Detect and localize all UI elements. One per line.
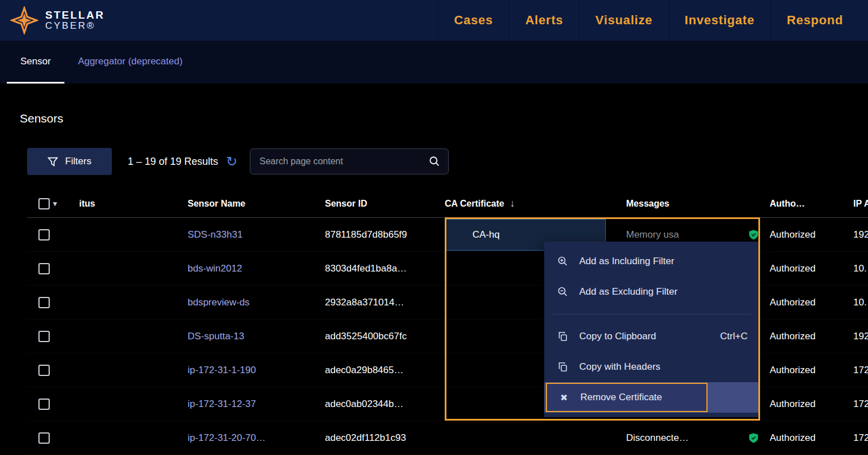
menu-item-remove-certificate[interactable]: ✖ Remove Certificate xyxy=(544,382,760,413)
nav-item-investigate[interactable]: Investigate xyxy=(669,0,771,41)
ip-address: 172 xyxy=(850,432,868,444)
message-text: Memory usa xyxy=(626,229,679,240)
sensor-id: adec0ab02344b… xyxy=(325,399,445,410)
sensor-name-link[interactable]: ip-172-31-20-70… xyxy=(188,432,325,444)
search-icon[interactable] xyxy=(429,156,440,167)
toolbar: Filters 1 – 19 of 19 Results ↻ xyxy=(27,148,449,175)
messages-cell: Disconnecte… xyxy=(619,432,763,444)
authorized-status: Authorized xyxy=(763,331,850,342)
ip-address: 172 xyxy=(850,399,868,410)
header-sensor-name[interactable]: Sensor Name xyxy=(188,199,325,209)
remove-x-icon: ✖ xyxy=(558,392,570,403)
authorized-status: Authorized xyxy=(763,432,850,444)
menu-item-label: Copy with Headers xyxy=(579,361,661,373)
sensor-id: 2932a8a371014… xyxy=(325,297,445,308)
sensor-id: add3525400bc67fc xyxy=(325,331,445,342)
menu-item-copy-with-headers[interactable]: Copy with Headers xyxy=(544,352,760,382)
menu-item-label: Remove Certificate xyxy=(580,392,662,403)
filters-button-label: Filters xyxy=(65,156,91,167)
authorized-status: Authorized xyxy=(763,297,850,308)
header-messages[interactable]: Messages xyxy=(619,199,763,209)
results-count: 1 – 19 of 19 Results xyxy=(128,156,218,168)
menu-item-label: Add as Including Filter xyxy=(579,256,674,267)
search-input[interactable] xyxy=(258,156,429,167)
sensor-id: 8781185d7d8b65f9 xyxy=(325,229,445,240)
keyboard-shortcut: Ctrl+C xyxy=(720,331,748,342)
ip-address: 192 xyxy=(850,331,868,342)
menu-divider xyxy=(553,314,751,314)
row-checkbox[interactable] xyxy=(38,297,50,308)
sensor-id: adec02df112b1c93 xyxy=(325,432,445,444)
copy-icon xyxy=(557,361,569,373)
nav-item-alerts[interactable]: Alerts xyxy=(509,0,579,41)
brand-line1: STELLAR xyxy=(45,10,105,21)
ip-address: 10. xyxy=(850,263,868,274)
zoom-out-icon xyxy=(557,286,569,298)
ca-certificate-value: CA-hq xyxy=(472,229,500,240)
header-ca-certificate-label: CA Certificate xyxy=(445,199,504,209)
row-checkbox[interactable] xyxy=(38,263,50,274)
header-sensor-id[interactable]: Sensor ID xyxy=(325,199,445,209)
nav-item-visualize[interactable]: Visualize xyxy=(579,0,669,41)
copy-icon xyxy=(557,331,569,342)
ip-address: 172 xyxy=(850,365,868,376)
filter-funnel-icon xyxy=(47,156,58,167)
authorized-status: Authorized xyxy=(763,229,850,240)
menu-item-label: Copy to Clipboard xyxy=(579,331,656,342)
tab-sensor[interactable]: Sensor xyxy=(7,41,64,84)
sensor-id: 8303d4fed1ba8a… xyxy=(325,263,445,274)
filters-button[interactable]: Filters xyxy=(27,148,112,175)
sensor-name-link[interactable]: bdspreview-ds xyxy=(188,297,325,308)
ip-address: 10. xyxy=(850,297,868,308)
nav-item-cases[interactable]: Cases xyxy=(438,0,509,41)
header-ip-address[interactable]: IP A xyxy=(850,199,868,209)
messages-cell: Memory usa xyxy=(619,229,763,241)
message-text: Disconnecte… xyxy=(626,432,689,444)
tab-aggregator-deprecated[interactable]: Aggregator (deprecated) xyxy=(64,41,196,84)
menu-item-add-excluding-filter[interactable]: Add as Excluding Filter xyxy=(544,277,760,307)
brand-line2: CYBER® xyxy=(45,21,105,31)
search-box xyxy=(250,148,449,174)
zoom-in-icon xyxy=(557,256,569,267)
sort-descending-icon[interactable]: ↓ xyxy=(510,198,515,209)
ip-address: 192 xyxy=(850,229,868,240)
row-checkbox[interactable] xyxy=(38,365,50,376)
stellar-cyber-star-icon xyxy=(10,6,38,34)
nav-menu: Cases Alerts Visualize Investigate Respo… xyxy=(438,0,868,41)
tab-strip: Sensor Aggregator (deprecated) xyxy=(0,41,868,84)
sensor-name-link[interactable]: ip-172-31-12-37 xyxy=(188,399,325,410)
authorized-status: Authorized xyxy=(763,399,850,410)
sensor-name-link[interactable]: ip-172-31-1-190 xyxy=(188,365,325,376)
select-menu-caret-icon[interactable]: ▾ xyxy=(53,199,57,208)
row-checkbox[interactable] xyxy=(38,399,50,410)
page-title: Sensors xyxy=(20,112,63,125)
brand-logo: STELLAR CYBER® xyxy=(0,6,105,34)
sensor-name-link[interactable]: SDS-n33h31 xyxy=(188,229,325,240)
sensor-name-link[interactable]: DS-sputta-13 xyxy=(188,331,325,342)
cell-context-menu: Add as Including Filter Add as Excluding… xyxy=(544,242,760,417)
menu-item-label: Add as Excluding Filter xyxy=(579,286,678,298)
top-navigation: STELLAR CYBER® Cases Alerts Visualize In… xyxy=(0,0,868,41)
header-authorized[interactable]: Autho… xyxy=(763,199,850,209)
table-row: ip-172-31-20-70… adec02df112b1c93 Discon… xyxy=(27,421,868,455)
header-status[interactable]: itus xyxy=(73,199,188,209)
menu-item-add-including-filter[interactable]: Add as Including Filter xyxy=(544,246,760,277)
sensor-name-link[interactable]: bds-win2012 xyxy=(188,263,325,274)
shield-icon xyxy=(748,229,760,241)
menu-item-copy-to-clipboard[interactable]: Copy to Clipboard Ctrl+C xyxy=(544,321,760,352)
row-checkbox[interactable] xyxy=(38,432,50,444)
shield-icon xyxy=(748,432,760,444)
table-header-row: ▾ itus Sensor Name Sensor ID CA Certific… xyxy=(27,190,868,218)
remove-certificate-highlight[interactable]: ✖ Remove Certificate xyxy=(546,383,708,412)
row-checkbox[interactable] xyxy=(38,229,50,240)
refresh-icon[interactable]: ↻ xyxy=(226,155,237,168)
sensor-id: adec0a29b8465… xyxy=(325,365,445,376)
authorized-status: Authorized xyxy=(763,365,850,376)
header-ca-certificate[interactable]: CA Certificate ↓ xyxy=(445,198,619,209)
select-all-checkbox[interactable] xyxy=(38,198,50,209)
row-checkbox[interactable] xyxy=(38,331,50,342)
nav-item-respond[interactable]: Respond xyxy=(770,0,859,41)
authorized-status: Authorized xyxy=(763,263,850,274)
